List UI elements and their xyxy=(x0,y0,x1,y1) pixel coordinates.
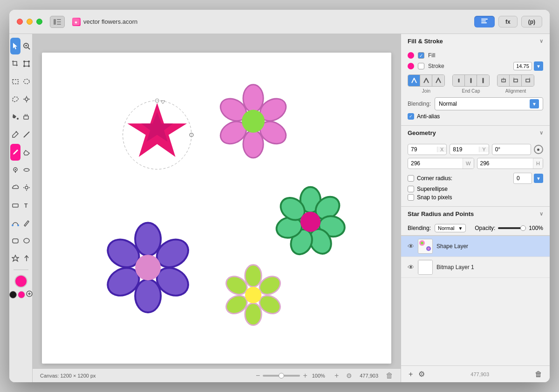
maximize-button[interactable] xyxy=(36,19,42,25)
canvas-surface[interactable] xyxy=(42,53,391,364)
corner-radius-dropdown[interactable]: ▼ xyxy=(534,174,543,183)
foreground-swatch[interactable] xyxy=(9,291,17,298)
layer-item-bitmap[interactable]: 👁 Bitmap Layer 1 xyxy=(401,257,550,278)
star-section: Star Radius and Points ∨ Blending: Norma… xyxy=(401,207,550,236)
ellipse-shape-tool[interactable] xyxy=(21,232,32,249)
endcap-btn-3[interactable] xyxy=(477,75,489,86)
magic-wand-tool[interactable] xyxy=(21,91,32,108)
layer-item-shape[interactable]: 👁 Shape Layer xyxy=(401,236,550,257)
fx-button[interactable]: fx xyxy=(498,16,518,27)
select-tool[interactable] xyxy=(10,38,20,54)
transform-tool[interactable] xyxy=(21,55,32,72)
endcap-btn-1[interactable] xyxy=(453,75,465,86)
svg-point-41 xyxy=(12,224,14,226)
eraser-tool[interactable] xyxy=(21,144,32,161)
layer-settings-button[interactable]: ⚙ xyxy=(417,369,426,379)
layer-name-shape: Shape Layer xyxy=(436,243,468,250)
corner-radius-checkbox[interactable] xyxy=(408,175,414,182)
foreground-color[interactable] xyxy=(13,273,29,290)
geometry-header[interactable]: Geometry ∨ xyxy=(401,126,550,140)
zoom-out-button[interactable]: − xyxy=(256,372,260,380)
pen-tool[interactable] xyxy=(10,126,20,143)
svg-rect-2 xyxy=(57,21,61,22)
pen-tools xyxy=(10,126,32,143)
join-group: Join xyxy=(408,74,445,94)
lasso-tool[interactable] xyxy=(10,91,20,108)
blending-dropdown-arrow[interactable]: ▼ xyxy=(530,99,539,108)
arrow-tool[interactable] xyxy=(21,250,32,267)
h-input[interactable] xyxy=(477,158,533,169)
h-field: H xyxy=(477,158,544,169)
zoom-tool[interactable] xyxy=(21,38,32,54)
rect-shape-tool[interactable] xyxy=(10,197,20,214)
color-picker-tool[interactable] xyxy=(26,291,33,298)
ellipse-select-tool[interactable] xyxy=(21,73,32,90)
corner-radius-label: Corner radius: xyxy=(417,175,452,182)
star-blending-select[interactable]: Normal ▼ xyxy=(435,224,466,232)
superellipse-checkbox[interactable] xyxy=(408,186,414,192)
fill-stroke-header[interactable]: Fill & Stroke ∨ xyxy=(401,34,550,48)
w-label: W xyxy=(463,158,473,169)
window-title: ★ vector flowers.acorn xyxy=(72,18,137,26)
stamp-tool[interactable] xyxy=(10,162,20,178)
svg-point-85 xyxy=(245,303,261,325)
close-button[interactable] xyxy=(17,19,23,25)
tool-button[interactable] xyxy=(474,16,495,27)
x-label: X xyxy=(437,147,446,152)
p-button[interactable]: (p) xyxy=(521,16,542,27)
align-btn-1[interactable] xyxy=(498,75,510,86)
minimize-button[interactable] xyxy=(27,19,33,25)
add-layer-button[interactable]: + xyxy=(334,372,339,380)
stroke-dropdown-arrow[interactable]: ▼ xyxy=(534,61,543,71)
blending-select[interactable]: Normal ▼ xyxy=(435,97,543,110)
delete-button[interactable]: 🗑 xyxy=(386,372,393,380)
endcap-btn-2[interactable] xyxy=(465,75,477,86)
join-btn-1[interactable] xyxy=(408,75,420,86)
star-opacity-slider[interactable] xyxy=(498,227,526,229)
color-circle[interactable] xyxy=(14,275,27,288)
svg-point-88 xyxy=(245,287,261,303)
sidebar-toggle-button[interactable] xyxy=(50,16,65,28)
antialias-checkbox[interactable]: ✓ xyxy=(408,113,414,120)
snap-checkbox[interactable] xyxy=(408,194,414,201)
cloud-tool[interactable] xyxy=(10,179,20,196)
background-swatch[interactable] xyxy=(18,291,25,298)
settings-button[interactable]: ⚙ xyxy=(346,372,352,379)
zoom-in-button[interactable]: + xyxy=(303,372,307,380)
bezier-tool[interactable] xyxy=(10,215,20,231)
sun-tool[interactable] xyxy=(21,179,32,196)
w-input[interactable] xyxy=(408,158,463,169)
brush-tool[interactable] xyxy=(10,144,20,161)
add-layer-footer-button[interactable]: + xyxy=(408,369,414,379)
zoom-slider[interactable] xyxy=(263,375,300,377)
rotation-dial[interactable] xyxy=(534,145,543,154)
line-tool[interactable] xyxy=(21,126,32,143)
x-input[interactable] xyxy=(408,144,437,155)
star-header[interactable]: Star Radius and Points ∨ xyxy=(401,207,550,221)
fill-color-dot[interactable] xyxy=(408,52,414,59)
join-btn-2[interactable] xyxy=(420,75,432,86)
pencil2-tool[interactable] xyxy=(21,215,32,231)
rounded-rect-tool[interactable] xyxy=(10,232,20,249)
smudge-tool[interactable] xyxy=(21,162,32,178)
align-btn-3[interactable] xyxy=(522,75,534,86)
stroke-checkbox[interactable] xyxy=(418,63,424,69)
rect-select-tool[interactable] xyxy=(10,73,20,90)
join-btn-3[interactable] xyxy=(432,75,444,86)
y-input[interactable] xyxy=(450,144,479,155)
text-tool[interactable]: T xyxy=(21,197,32,214)
paint-bucket-tool[interactable] xyxy=(10,108,20,125)
stroke-width-input[interactable] xyxy=(513,62,532,70)
corner-radius-input[interactable] xyxy=(513,173,532,184)
fill-checkbox[interactable]: ✓ xyxy=(418,52,424,59)
align-btn-2[interactable] xyxy=(510,75,522,86)
stroke-color-dot[interactable] xyxy=(408,63,414,69)
layer-eye-shape[interactable]: 👁 xyxy=(408,243,414,250)
rotation-input[interactable] xyxy=(492,144,531,155)
delete-layer-button[interactable]: 🗑 xyxy=(534,369,543,379)
magic-eraser-tool[interactable] xyxy=(21,108,32,125)
layer-eye-bitmap[interactable]: 👁 xyxy=(408,264,414,271)
shape-tools-2: T xyxy=(10,197,32,214)
crop-tool[interactable] xyxy=(10,55,20,72)
star-tool[interactable] xyxy=(10,250,20,267)
